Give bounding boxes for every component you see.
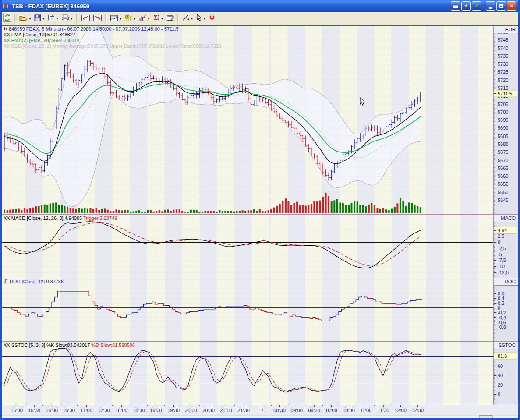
time-axis[interactable]: [2, 405, 518, 415]
application-window: TSB - FDAX [EUREX] 846959 ★ ↗ × ▼▼▼▼▼▼▼Σ…: [0, 0, 520, 420]
scrollbar-thumb[interactable]: [479, 415, 492, 419]
roc-panel[interactable]: [2, 278, 494, 341]
macd-panel[interactable]: [2, 214, 494, 278]
main-chart-panel[interactable]: [2, 25, 494, 214]
price-axis-column[interactable]: [494, 25, 518, 405]
sstoc-panel[interactable]: [2, 341, 494, 405]
